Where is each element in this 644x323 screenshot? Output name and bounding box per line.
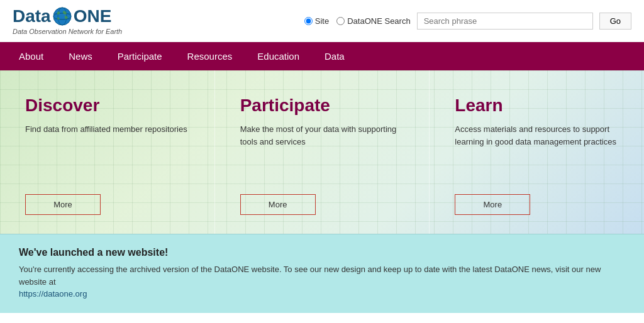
nav-item-education[interactable]: Education bbox=[245, 42, 312, 70]
notice-banner: We've launched a new website! You're cur… bbox=[0, 234, 644, 313]
radio-dataone-text: DataONE Search bbox=[347, 16, 410, 26]
search-area: Site DataONE Search Go bbox=[304, 13, 631, 30]
learn-description: Access materials and resources to suppor… bbox=[455, 123, 625, 175]
hero-section: Discover Find data from affiliated membe… bbox=[0, 70, 644, 234]
go-button[interactable]: Go bbox=[599, 13, 631, 30]
participate-title: Participate bbox=[240, 96, 411, 116]
notice-body: You're currently accessing the archived … bbox=[19, 263, 625, 300]
logo-tagline: Data Observation Network for Earth bbox=[13, 28, 122, 35]
svg-point-0 bbox=[53, 8, 71, 25]
notice-link[interactable]: https://dataone.org bbox=[19, 289, 87, 298]
notice-body-text: You're currently accessing the archived … bbox=[19, 265, 601, 287]
notice-title: We've launched a new website! bbox=[19, 247, 625, 258]
nav-item-data[interactable]: Data bbox=[312, 42, 357, 70]
radio-site-label[interactable]: Site bbox=[304, 16, 329, 26]
participate-description: Make the most of your data with supporti… bbox=[240, 123, 411, 175]
nav-item-news[interactable]: News bbox=[56, 42, 105, 70]
discover-title: Discover bbox=[25, 96, 196, 116]
logo-area: Data ONE Data Observation Network for Ea… bbox=[13, 6, 122, 35]
search-radio-group: Site DataONE Search bbox=[304, 16, 411, 26]
radio-site-text: Site bbox=[315, 16, 329, 26]
nav-item-participate[interactable]: Participate bbox=[105, 42, 175, 70]
hero-col-discover: Discover Find data from affiliated membe… bbox=[0, 70, 215, 234]
nav-item-about[interactable]: About bbox=[6, 42, 56, 70]
logo: Data ONE bbox=[13, 6, 122, 26]
radio-dataone-label[interactable]: DataONE Search bbox=[336, 16, 410, 26]
radio-site[interactable] bbox=[304, 17, 313, 25]
logo-globe-icon bbox=[52, 6, 72, 26]
participate-more-button[interactable]: More bbox=[240, 194, 316, 215]
discover-more-button[interactable]: More bbox=[25, 194, 101, 215]
hero-columns: Discover Find data from affiliated membe… bbox=[0, 70, 644, 234]
learn-more-button[interactable]: More bbox=[455, 194, 530, 215]
radio-dataone[interactable] bbox=[336, 17, 345, 25]
hero-col-learn: Learn Access materials and resources to … bbox=[430, 70, 644, 234]
main-nav: About News Participate Resources Educati… bbox=[0, 42, 644, 70]
discover-description: Find data from affiliated member reposit… bbox=[25, 123, 196, 175]
learn-title: Learn bbox=[455, 96, 625, 116]
hero-col-participate: Participate Make the most of your data w… bbox=[215, 70, 430, 234]
logo-data-text: Data bbox=[13, 8, 51, 25]
search-input[interactable] bbox=[417, 13, 593, 30]
nav-item-resources[interactable]: Resources bbox=[175, 42, 245, 70]
header: Data ONE Data Observation Network for Ea… bbox=[0, 0, 644, 42]
logo-one-text: ONE bbox=[74, 8, 112, 25]
